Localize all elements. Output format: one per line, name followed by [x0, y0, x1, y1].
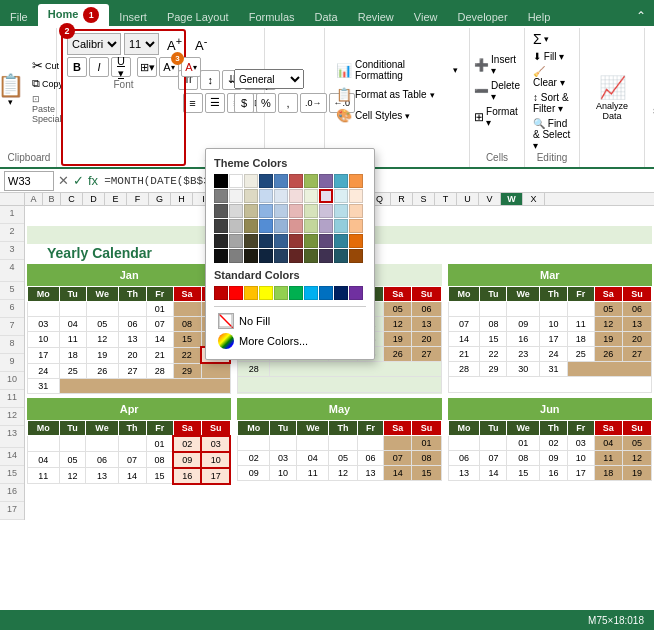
- sensitivity-btn[interactable]: 🔒 Sensitiv...: [649, 76, 654, 120]
- border-button[interactable]: ⊞▾: [137, 57, 157, 77]
- theme-color-swatch[interactable]: [304, 174, 318, 188]
- theme-color-swatch[interactable]: [334, 249, 348, 263]
- theme-color-swatch[interactable]: [229, 204, 243, 218]
- tab-insert[interactable]: Insert: [109, 8, 157, 26]
- theme-color-swatch[interactable]: [214, 204, 228, 218]
- theme-color-swatch[interactable]: [304, 234, 318, 248]
- copy-button[interactable]: ⧉Copy: [30, 76, 65, 91]
- theme-color-swatch[interactable]: [244, 189, 258, 203]
- theme-color-swatch[interactable]: [214, 174, 228, 188]
- tab-file[interactable]: File: [0, 8, 38, 26]
- tab-developer[interactable]: Developer: [447, 8, 517, 26]
- theme-color-swatch[interactable]: [289, 234, 303, 248]
- tab-help[interactable]: Help: [518, 8, 561, 26]
- theme-color-swatch[interactable]: [349, 234, 363, 248]
- theme-color-swatch[interactable]: [214, 189, 228, 203]
- theme-color-swatch[interactable]: [349, 204, 363, 218]
- theme-color-swatch[interactable]: [229, 234, 243, 248]
- no-fill-option[interactable]: No Fill: [214, 311, 366, 331]
- standard-color-swatch[interactable]: [229, 286, 243, 300]
- theme-color-swatch[interactable]: [319, 204, 333, 218]
- format-as-table-btn[interactable]: 📋 Format as Table ▾: [331, 85, 463, 104]
- tab-pagelayout[interactable]: Page Layout: [157, 8, 239, 26]
- theme-color-swatch[interactable]: [334, 174, 348, 188]
- decimal-increase-btn[interactable]: .0→: [300, 93, 327, 113]
- number-format-select[interactable]: General: [234, 69, 304, 89]
- standard-color-swatch[interactable]: [304, 286, 318, 300]
- theme-color-swatch[interactable]: [274, 204, 288, 218]
- decrease-font-btn[interactable]: A-: [190, 33, 212, 55]
- fill-btn[interactable]: ⬇ Fill ▾: [531, 50, 573, 63]
- theme-color-swatch[interactable]: [289, 249, 303, 263]
- standard-color-swatch[interactable]: [334, 286, 348, 300]
- theme-color-swatch[interactable]: [244, 219, 258, 233]
- theme-color-swatch[interactable]: [259, 189, 273, 203]
- theme-color-swatch[interactable]: [259, 204, 273, 218]
- standard-color-swatch[interactable]: [319, 286, 333, 300]
- insert-cells-btn[interactable]: ➕Insert ▾: [472, 53, 522, 77]
- standard-color-swatch[interactable]: [244, 286, 258, 300]
- theme-color-swatch[interactable]: [214, 249, 228, 263]
- theme-color-swatch[interactable]: [274, 219, 288, 233]
- underline-button[interactable]: U ▾: [111, 57, 131, 77]
- theme-color-swatch[interactable]: [289, 219, 303, 233]
- theme-color-swatch[interactable]: [349, 174, 363, 188]
- theme-color-swatch[interactable]: [349, 249, 363, 263]
- theme-color-swatch[interactable]: [289, 189, 303, 203]
- sensitivity-button[interactable]: 🔒 Sensitiv...: [649, 30, 654, 165]
- theme-color-swatch[interactable]: [304, 249, 318, 263]
- standard-color-swatch[interactable]: [349, 286, 363, 300]
- delete-cells-btn[interactable]: ➖Delete ▾: [472, 79, 522, 103]
- theme-color-swatch[interactable]: [274, 174, 288, 188]
- standard-color-swatch[interactable]: [214, 286, 228, 300]
- theme-color-swatch[interactable]: [229, 249, 243, 263]
- theme-color-swatch[interactable]: [259, 249, 273, 263]
- comma-btn[interactable]: ,: [278, 93, 298, 113]
- cut-button[interactable]: ✂Cut: [30, 57, 65, 74]
- bold-button[interactable]: B: [67, 57, 87, 77]
- standard-color-swatch[interactable]: [274, 286, 288, 300]
- tab-home[interactable]: Home 1: [38, 4, 110, 26]
- theme-color-swatch[interactable]: [274, 189, 288, 203]
- theme-color-swatch[interactable]: [259, 219, 273, 233]
- italic-button[interactable]: I: [89, 57, 109, 77]
- tab-review[interactable]: Review: [348, 8, 404, 26]
- align-middle-btn[interactable]: ↕: [200, 70, 220, 90]
- clear-btn[interactable]: 🧹 Clear ▾: [531, 65, 573, 89]
- theme-color-swatch[interactable]: [304, 219, 318, 233]
- theme-color-swatch[interactable]: [319, 174, 333, 188]
- theme-color-swatch[interactable]: [274, 249, 288, 263]
- theme-color-swatch[interactable]: [319, 234, 333, 248]
- fill-color-button[interactable]: A ▾ 3: [159, 57, 179, 77]
- theme-color-swatch[interactable]: [319, 219, 333, 233]
- theme-color-swatch[interactable]: [229, 219, 243, 233]
- standard-color-swatch[interactable]: [289, 286, 303, 300]
- analyze-data-btn[interactable]: 📈 Analyze Data: [586, 71, 638, 125]
- theme-color-swatch[interactable]: [214, 219, 228, 233]
- theme-color-swatch[interactable]: [259, 234, 273, 248]
- paste-button[interactable]: 📋 ▾: [0, 72, 28, 110]
- sort-filter-btn[interactable]: ↕ Sort & Filter ▾: [531, 91, 573, 115]
- paste-special-button[interactable]: ⊡ Paste Special: [30, 93, 65, 125]
- theme-color-swatch[interactable]: [244, 234, 258, 248]
- theme-color-swatch[interactable]: [334, 204, 348, 218]
- theme-color-swatch[interactable]: [349, 189, 363, 203]
- find-select-btn[interactable]: 🔍 Find & Select ▾: [531, 117, 573, 152]
- theme-color-swatch[interactable]: [229, 174, 243, 188]
- conditional-formatting-btn[interactable]: 📊 Conditional Formatting ▾: [331, 57, 463, 83]
- theme-color-swatch[interactable]: [289, 204, 303, 218]
- cell-reference-input[interactable]: [4, 171, 54, 191]
- font-color-button[interactable]: A ▾: [181, 57, 201, 77]
- expand-formula-btn[interactable]: ✕: [58, 173, 69, 188]
- insert-function-btn[interactable]: fx: [88, 173, 98, 188]
- tab-view[interactable]: View: [404, 8, 448, 26]
- theme-color-swatch[interactable]: [259, 174, 273, 188]
- autosum-btn[interactable]: Σ▾: [531, 30, 573, 48]
- cell-styles-btn[interactable]: 🎨 Cell Styles ▾: [331, 106, 463, 125]
- confirm-formula-btn[interactable]: ✓: [73, 173, 84, 188]
- analyze-button[interactable]: 📈 Analyze Data: [586, 30, 638, 165]
- theme-color-swatch[interactable]: [319, 249, 333, 263]
- ribbon-collapse-btn[interactable]: ⌃: [628, 6, 654, 26]
- theme-color-swatch[interactable]: [214, 234, 228, 248]
- percent-btn[interactable]: %: [256, 93, 276, 113]
